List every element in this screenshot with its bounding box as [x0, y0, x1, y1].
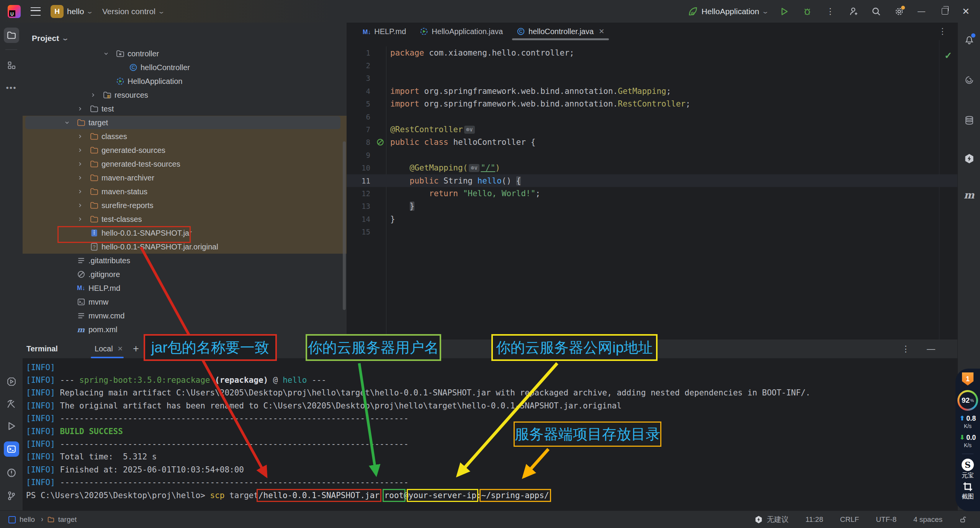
debug-button[interactable] — [801, 5, 814, 18]
tree-item-target[interactable]: target — [23, 116, 347, 130]
chevron-down-icon[interactable] — [103, 51, 116, 57]
tree-item-maven-archiver[interactable]: maven-archiver — [23, 171, 347, 185]
inlay-hint-chip[interactable]: ⊕∨ — [469, 164, 479, 172]
yuanbao-app[interactable]: S 元宝 — [962, 459, 974, 480]
tree-item-maven-status[interactable]: maven-status — [23, 185, 347, 198]
caret-position[interactable]: 11:28 — [805, 515, 823, 524]
notifications-bell-icon[interactable] — [964, 34, 974, 44]
run-configuration[interactable]: HelloApplication ⌄ — [688, 7, 768, 16]
chevron-down-icon[interactable] — [64, 120, 77, 126]
chevron-right-icon[interactable] — [77, 106, 90, 112]
spring-bean-gutter-icon[interactable] — [370, 138, 390, 146]
minimize-button[interactable]: — — [916, 7, 927, 16]
run-button[interactable] — [778, 5, 791, 18]
project-widget[interactable]: H hello ⌄ — [51, 5, 92, 18]
editor-tab-helloapplication-java[interactable]: HelloApplication.java — [413, 23, 510, 40]
screenshot-app[interactable]: 截图 — [962, 481, 974, 501]
line-ending[interactable]: CRLF — [840, 515, 859, 524]
breadcrumb[interactable]: hello ⌄ target — [0, 515, 77, 524]
vcs-widget[interactable]: Version control ⌄ — [102, 7, 164, 16]
breadcrumb-project[interactable]: hello — [20, 515, 35, 524]
tree-item-mvnw[interactable]: mvnw — [23, 295, 347, 309]
code-line-9[interactable]: 9 — [347, 149, 957, 161]
tree-item-gitignore[interactable]: .gitignore — [23, 267, 347, 281]
cpu-gauge[interactable]: 92% — [957, 390, 978, 411]
tab-options-icon[interactable]: ⋮ — [938, 26, 947, 36]
close-tab-icon[interactable]: ✕ — [599, 27, 604, 36]
system-monitor-widget[interactable]: 1 92% ⬆0.8 K/s ⬇0.0 K/s S 元宝 截图 — [955, 369, 980, 511]
tree-item-controller[interactable]: controller — [23, 47, 347, 61]
inlay-hint-chip[interactable]: ⊕∨ — [464, 126, 475, 134]
tree-item-hellocontroller[interactable]: ChelloController — [23, 61, 347, 74]
run-tool-button[interactable] — [7, 421, 16, 431]
tree-item-generated-test-sources[interactable]: generated-test-sources — [23, 157, 347, 171]
breadcrumb-folder[interactable]: target — [58, 515, 77, 524]
tree-item-generated-sources[interactable]: generated-sources — [23, 143, 347, 157]
lightning-plugin-icon[interactable] — [964, 153, 975, 164]
more-actions-icon[interactable]: ⋮ — [824, 5, 837, 18]
tree-item-test-classes[interactable]: test-classes — [23, 212, 347, 226]
close-icon[interactable]: ✕ — [118, 345, 123, 353]
tree-item-resources[interactable]: resources — [23, 88, 347, 102]
code-line-12[interactable]: 12 return "Hello, World!"; — [347, 187, 957, 200]
maven-tool-button[interactable]: m — [964, 189, 975, 201]
project-scrollbar[interactable] — [343, 141, 346, 310]
restore-button[interactable] — [937, 5, 950, 18]
code-line-4[interactable]: 4import org.springframework.web.bind.ann… — [347, 85, 957, 97]
project-tool-button[interactable] — [4, 28, 19, 43]
code-line-13[interactable]: 13 } — [347, 200, 957, 213]
chevron-right-icon[interactable] — [77, 175, 90, 181]
chevron-right-icon[interactable] — [77, 189, 90, 195]
editor-tab-help-md[interactable]: M↓HELP.md — [356, 23, 413, 40]
database-tool-button[interactable] — [964, 115, 974, 125]
editor-tab-hellocontroller-java[interactable]: ChelloController.java✕ — [510, 23, 611, 40]
code-line-7[interactable]: 7@RestController⊕∨ — [347, 123, 957, 136]
settings-gear-icon[interactable] — [893, 5, 906, 18]
unlock-icon[interactable] — [959, 516, 967, 523]
problems-tool-button[interactable] — [7, 468, 16, 478]
terminal-more-icon[interactable]: ⋮ — [901, 344, 910, 354]
structure-tool-button[interactable] — [7, 61, 16, 70]
more-tools-icon[interactable]: ••• — [6, 83, 16, 92]
chevron-right-icon[interactable] — [77, 161, 90, 167]
search-icon[interactable] — [870, 5, 883, 18]
build-tool-button[interactable] — [7, 399, 16, 409]
code-line-14[interactable]: 14} — [347, 213, 957, 225]
code-line-2[interactable]: 2 — [347, 59, 957, 72]
terminal-minimize-icon[interactable]: — — [927, 344, 935, 354]
code-with-me-icon[interactable] — [847, 5, 860, 18]
chevron-right-icon[interactable] — [77, 133, 90, 139]
file-encoding[interactable]: UTF-8 — [876, 515, 897, 524]
git-tool-button[interactable] — [7, 491, 16, 501]
code-line-8[interactable]: 8public class helloController { — [347, 136, 957, 149]
code-line-5[interactable]: 5import org.springframework.web.bind.ann… — [347, 98, 957, 110]
close-button[interactable]: ✕ — [960, 6, 972, 17]
terminal-tab-local[interactable]: Local ✕ — [95, 339, 123, 358]
chevron-right-icon[interactable] — [77, 147, 90, 153]
chevron-right-icon[interactable] — [77, 216, 90, 222]
inspections-ok-icon[interactable]: ✓ — [944, 50, 952, 61]
chevron-right-icon[interactable] — [77, 202, 90, 208]
tree-item-test[interactable]: test — [23, 102, 347, 116]
tree-item-help-md[interactable]: M↓HELP.md — [23, 281, 347, 295]
project-panel-header[interactable]: Project ⌄ — [23, 23, 347, 46]
code-editor[interactable]: 1package com.xiaomeng.hello.controller;2… — [347, 46, 957, 238]
indent-setting[interactable]: 4 spaces — [913, 515, 942, 524]
new-terminal-icon[interactable]: + — [133, 343, 139, 355]
tree-item-surefire-reports[interactable]: surefire-reports — [23, 198, 347, 212]
terminal-output[interactable]: [INFO][INFO] --- spring-boot:3.5.0:repac… — [26, 361, 953, 502]
code-line-10[interactable]: 10 @GetMapping(⊕∨"/") — [347, 162, 957, 174]
tree-item-helloapplication[interactable]: HelloApplication — [23, 74, 347, 88]
services-tool-button[interactable] — [7, 377, 16, 387]
code-line-1[interactable]: 1package com.xiaomeng.hello.controller; — [347, 46, 957, 59]
main-menu-icon[interactable] — [31, 7, 41, 16]
security-shield-badge[interactable]: 1 — [962, 372, 973, 385]
terminal-tool-button[interactable] — [4, 441, 19, 457]
ai-suggestion-widget[interactable]: 无建议 — [754, 515, 789, 525]
code-line-15[interactable]: 15 — [347, 225, 957, 238]
code-line-11[interactable]: 11 public String hello() { — [347, 174, 957, 187]
code-line-6[interactable]: 6 — [347, 110, 957, 123]
tree-item-gitattributes[interactable]: .gitattributes — [23, 254, 347, 267]
tree-item-classes[interactable]: classes — [23, 130, 347, 143]
spring-tool-button[interactable] — [964, 75, 974, 85]
